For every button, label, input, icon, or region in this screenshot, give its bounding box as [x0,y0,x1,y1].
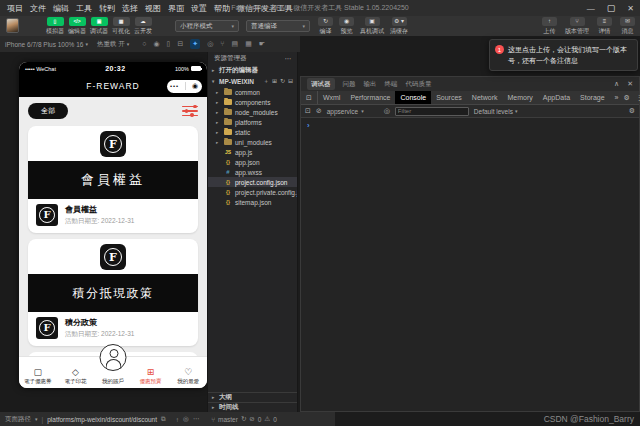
all-filter-pill[interactable]: 全部 [28,103,68,119]
tree-item-node-modules[interactable]: ▸ node_modules [208,107,297,117]
outline-section[interactable]: ▸ 大纲 [208,392,297,402]
project-root-row[interactable]: ▾ MP-WEIXIN ＋ ⊞ ↻ ⊟ [208,76,297,87]
more-dots-icon[interactable]: ••• [170,83,179,89]
tree-item-platforms[interactable]: ▸ platforms [208,117,297,127]
tab-console[interactable]: Console [395,91,431,104]
timeline-section[interactable]: ▸ 时间线 [208,402,297,412]
tab-terminal[interactable]: 终端 [385,80,398,89]
layout-icon[interactable]: ▦ [245,39,252,49]
collapse-all-icon[interactable]: ⊟ [288,77,293,86]
coupon-card[interactable]: F 會員權益 F 會員權益 活動日期至: 2022-12-31 [28,126,198,233]
tree-item-static[interactable]: ▸ static [208,127,297,137]
visualization-toggle-button[interactable]: ▦ 可视化 [112,17,130,36]
tree-item-components[interactable]: ▸ components [208,97,297,107]
menu-tools[interactable]: 工具 [76,3,92,14]
git-status[interactable]: ⑂ master ↻ ⊘ 0 ⚠ 0 [211,415,277,423]
copy-icon[interactable]: ⧉ [161,415,166,423]
tree-item-app-wxss[interactable]: # app.wxss [208,167,297,177]
branch-icon[interactable]: ⑂ [220,39,224,49]
upload-button[interactable]: ↑ 上传 [542,17,557,36]
miniprogram-mode-select[interactable]: 小程序模式 ▾ [175,20,239,32]
menu-help[interactable]: 帮助 [214,3,230,14]
tab-wxml[interactable]: Wxml [318,91,346,104]
compile-button[interactable]: ↻ 编译 [318,17,333,36]
tree-item-project-private-config[interactable]: {} project.private.config.js... [208,187,297,197]
menu-select[interactable]: 选择 [122,3,138,14]
console-settings-icon[interactable]: ⚙ [629,107,635,115]
messages-button[interactable]: ✉ 消息 [620,17,635,36]
minimize-icon[interactable]: — [587,4,595,13]
console-output-area[interactable]: › [301,118,639,411]
compass-icon[interactable]: ✦ [190,39,200,49]
device-select[interactable]: iPhone 6/7/8 Plus 100% 16 ▾ [5,41,88,48]
tab-performance[interactable]: Performance [345,91,395,104]
tab-sources[interactable]: Sources [431,91,467,104]
maximize-icon[interactable]: ▢ [607,3,616,13]
account-person-icon[interactable] [100,344,127,371]
menu-project[interactable]: 项目 [7,3,23,14]
new-folder-icon[interactable]: ⊞ [272,77,277,86]
tab-memory[interactable]: Memory [503,91,538,104]
tree-item-app-js[interactable]: JS app.js [208,147,297,157]
eye-icon[interactable]: ◎ [183,415,189,423]
locate-icon[interactable]: ◉ [154,39,160,49]
sync-icon[interactable]: ↻ [241,415,246,423]
menu-settings[interactable]: 设置 [191,3,207,14]
menu-edit[interactable]: 编辑 [53,3,69,14]
new-file-icon[interactable]: ＋ [263,77,269,86]
menu-goto[interactable]: 转到 [99,3,115,14]
device-toolbar-icon[interactable]: ⊡ [301,91,318,104]
tree-item-uni-modules[interactable]: ▸ uni_modules [208,137,297,147]
clear-console-icon[interactable]: ⊘ [316,107,322,115]
details-button[interactable]: ≡ 详情 [597,17,612,36]
tab-e-coupons[interactable]: ▢ 電子優惠券 [19,357,57,388]
tab-my-favorites[interactable]: ♡ 我的最愛 [169,357,207,388]
phone-frame-icon[interactable]: ▯ [167,39,171,49]
capsule-menu[interactable]: ••• ◉ [167,80,202,93]
tab-output[interactable]: 输出 [364,80,377,89]
tab-problems[interactable]: 问题 [343,80,356,89]
console-filter-input[interactable] [395,107,469,116]
remote-debug-button[interactable]: ▣ 真机调试 [360,17,384,36]
page-path-label[interactable]: 页面路径 [5,415,31,424]
tab-network[interactable]: Network [467,91,503,104]
tab-e-stamps[interactable]: ◇ 電子印花 [57,357,95,388]
simulator-toggle-button[interactable]: ▯ 模拟器 [46,17,64,36]
collapse-icon[interactable]: ∧ [614,80,619,88]
more-tabs-icon[interactable]: » [610,91,624,104]
clear-cache-button[interactable]: ⚙ ▾ 清缓存 [390,17,408,36]
share-icon[interactable]: ↑ [176,416,179,423]
more-actions-icon[interactable]: ⋯ [285,55,292,63]
tree-item-app-json[interactable]: {} app.json [208,157,297,167]
tree-item-sitemap-json[interactable]: {} sitemap.json [208,197,297,207]
more-icon[interactable]: ⋯ [193,415,200,423]
filter-sliders-icon[interactable] [182,105,198,117]
refresh-icon[interactable]: ↻ [280,77,285,86]
version-control-button[interactable]: ⑂ 版本管理 [565,17,589,36]
tab-appdata[interactable]: AppData [538,91,575,104]
tab-debugger[interactable]: 调试器 [307,78,335,90]
gear-icon[interactable]: ⚙ [623,94,629,102]
tab-discount-presale[interactable]: ⊞ 優惠預賣 [132,357,170,388]
log-levels-select[interactable]: Default levels ▾ [474,108,518,115]
cloud-dev-button[interactable]: ☁ 云开发 [134,17,152,36]
tab-storage[interactable]: Storage [575,91,610,104]
inspect-icon[interactable]: ◎ [207,39,213,49]
console-context-select[interactable]: appservice ▾ [327,108,379,115]
rotate-icon[interactable]: ○ [142,39,146,49]
user-avatar[interactable] [6,18,19,33]
menu-interface[interactable]: 界面 [168,3,184,14]
multi-device-icon[interactable]: ⊟ [177,39,183,49]
kebab-menu-icon[interactable]: ⋮ [636,94,640,102]
capsule-home-icon[interactable]: ◉ [192,82,199,90]
tree-item-project-config-json[interactable]: {} project.config.json [208,177,297,187]
hot-reload-select[interactable]: 热重载 开 ▾ [97,40,129,49]
close-icon[interactable]: ✕ [627,80,633,88]
coupon-card[interactable]: F 積分抵現政策 F 積分政策 活動日期至: 2022-12-31 [28,239,198,346]
menu-file[interactable]: 文件 [30,3,46,14]
open-editors-section[interactable]: ▸ 打开的编辑器 [208,65,297,76]
tab-code-quality[interactable]: 代码质量 [406,80,432,89]
editor-toggle-button[interactable]: </> 编辑器 [68,17,86,36]
touch-icon[interactable]: ☛ [259,39,265,49]
tree-item-common[interactable]: ▸ common [208,87,297,97]
